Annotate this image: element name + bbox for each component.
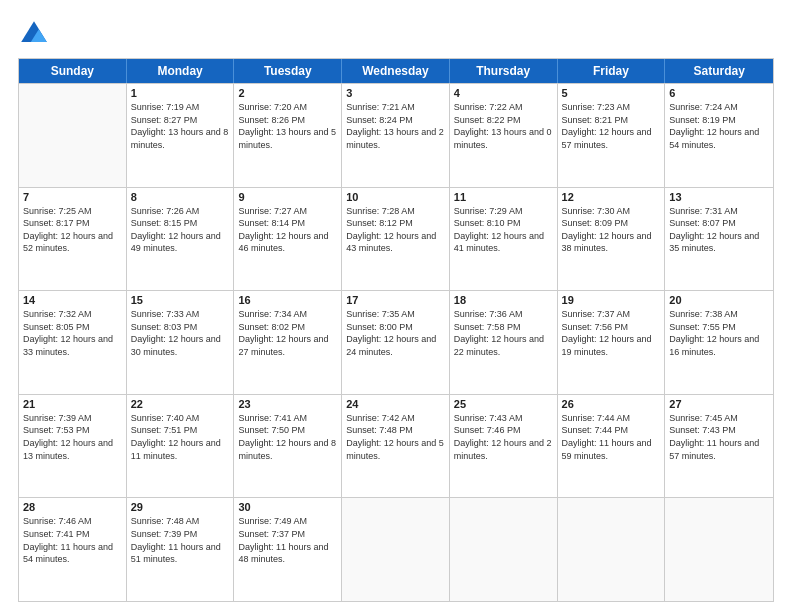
day-cell: 4Sunrise: 7:22 AM Sunset: 8:22 PM Daylig… [450, 84, 558, 187]
day-info: Sunrise: 7:36 AM Sunset: 7:58 PM Dayligh… [454, 308, 553, 358]
day-number: 16 [238, 294, 337, 306]
day-info: Sunrise: 7:35 AM Sunset: 8:00 PM Dayligh… [346, 308, 445, 358]
day-cell: 10Sunrise: 7:28 AM Sunset: 8:12 PM Dayli… [342, 188, 450, 291]
day-info: Sunrise: 7:37 AM Sunset: 7:56 PM Dayligh… [562, 308, 661, 358]
day-cell: 23Sunrise: 7:41 AM Sunset: 7:50 PM Dayli… [234, 395, 342, 498]
calendar-body: 1Sunrise: 7:19 AM Sunset: 8:27 PM Daylig… [19, 83, 773, 601]
day-number: 27 [669, 398, 769, 410]
day-info: Sunrise: 7:25 AM Sunset: 8:17 PM Dayligh… [23, 205, 122, 255]
day-info: Sunrise: 7:26 AM Sunset: 8:15 PM Dayligh… [131, 205, 230, 255]
day-info: Sunrise: 7:23 AM Sunset: 8:21 PM Dayligh… [562, 101, 661, 151]
day-info: Sunrise: 7:20 AM Sunset: 8:26 PM Dayligh… [238, 101, 337, 151]
day-cell: 28Sunrise: 7:46 AM Sunset: 7:41 PM Dayli… [19, 498, 127, 601]
day-info: Sunrise: 7:41 AM Sunset: 7:50 PM Dayligh… [238, 412, 337, 462]
day-info: Sunrise: 7:30 AM Sunset: 8:09 PM Dayligh… [562, 205, 661, 255]
week-row-0: 1Sunrise: 7:19 AM Sunset: 8:27 PM Daylig… [19, 83, 773, 187]
day-cell: 25Sunrise: 7:43 AM Sunset: 7:46 PM Dayli… [450, 395, 558, 498]
day-cell: 29Sunrise: 7:48 AM Sunset: 7:39 PM Dayli… [127, 498, 235, 601]
day-number: 20 [669, 294, 769, 306]
day-info: Sunrise: 7:27 AM Sunset: 8:14 PM Dayligh… [238, 205, 337, 255]
day-cell: 16Sunrise: 7:34 AM Sunset: 8:02 PM Dayli… [234, 291, 342, 394]
day-cell: 30Sunrise: 7:49 AM Sunset: 7:37 PM Dayli… [234, 498, 342, 601]
day-cell: 6Sunrise: 7:24 AM Sunset: 8:19 PM Daylig… [665, 84, 773, 187]
day-cell: 11Sunrise: 7:29 AM Sunset: 8:10 PM Dayli… [450, 188, 558, 291]
day-number: 18 [454, 294, 553, 306]
day-cell: 22Sunrise: 7:40 AM Sunset: 7:51 PM Dayli… [127, 395, 235, 498]
day-info: Sunrise: 7:28 AM Sunset: 8:12 PM Dayligh… [346, 205, 445, 255]
day-info: Sunrise: 7:24 AM Sunset: 8:19 PM Dayligh… [669, 101, 769, 151]
day-info: Sunrise: 7:49 AM Sunset: 7:37 PM Dayligh… [238, 515, 337, 565]
day-number: 13 [669, 191, 769, 203]
day-cell: 19Sunrise: 7:37 AM Sunset: 7:56 PM Dayli… [558, 291, 666, 394]
day-cell: 27Sunrise: 7:45 AM Sunset: 7:43 PM Dayli… [665, 395, 773, 498]
day-cell [19, 84, 127, 187]
day-info: Sunrise: 7:22 AM Sunset: 8:22 PM Dayligh… [454, 101, 553, 151]
day-cell: 12Sunrise: 7:30 AM Sunset: 8:09 PM Dayli… [558, 188, 666, 291]
day-cell: 26Sunrise: 7:44 AM Sunset: 7:44 PM Dayli… [558, 395, 666, 498]
day-info: Sunrise: 7:39 AM Sunset: 7:53 PM Dayligh… [23, 412, 122, 462]
weekday-header-wednesday: Wednesday [342, 59, 450, 83]
weekday-header-sunday: Sunday [19, 59, 127, 83]
day-info: Sunrise: 7:40 AM Sunset: 7:51 PM Dayligh… [131, 412, 230, 462]
page: SundayMondayTuesdayWednesdayThursdayFrid… [0, 0, 792, 612]
day-cell: 21Sunrise: 7:39 AM Sunset: 7:53 PM Dayli… [19, 395, 127, 498]
day-cell: 15Sunrise: 7:33 AM Sunset: 8:03 PM Dayli… [127, 291, 235, 394]
day-number: 2 [238, 87, 337, 99]
day-cell: 9Sunrise: 7:27 AM Sunset: 8:14 PM Daylig… [234, 188, 342, 291]
day-number: 29 [131, 501, 230, 513]
day-number: 6 [669, 87, 769, 99]
day-info: Sunrise: 7:29 AM Sunset: 8:10 PM Dayligh… [454, 205, 553, 255]
week-row-2: 14Sunrise: 7:32 AM Sunset: 8:05 PM Dayli… [19, 290, 773, 394]
day-info: Sunrise: 7:19 AM Sunset: 8:27 PM Dayligh… [131, 101, 230, 151]
day-cell: 1Sunrise: 7:19 AM Sunset: 8:27 PM Daylig… [127, 84, 235, 187]
header [18, 18, 774, 50]
weekday-header-monday: Monday [127, 59, 235, 83]
day-info: Sunrise: 7:21 AM Sunset: 8:24 PM Dayligh… [346, 101, 445, 151]
day-number: 7 [23, 191, 122, 203]
day-number: 10 [346, 191, 445, 203]
day-cell: 14Sunrise: 7:32 AM Sunset: 8:05 PM Dayli… [19, 291, 127, 394]
day-cell: 20Sunrise: 7:38 AM Sunset: 7:55 PM Dayli… [665, 291, 773, 394]
calendar-header: SundayMondayTuesdayWednesdayThursdayFrid… [19, 59, 773, 83]
day-number: 8 [131, 191, 230, 203]
day-number: 11 [454, 191, 553, 203]
day-cell: 2Sunrise: 7:20 AM Sunset: 8:26 PM Daylig… [234, 84, 342, 187]
day-number: 5 [562, 87, 661, 99]
day-number: 22 [131, 398, 230, 410]
day-cell [450, 498, 558, 601]
day-info: Sunrise: 7:46 AM Sunset: 7:41 PM Dayligh… [23, 515, 122, 565]
day-info: Sunrise: 7:44 AM Sunset: 7:44 PM Dayligh… [562, 412, 661, 462]
day-info: Sunrise: 7:31 AM Sunset: 8:07 PM Dayligh… [669, 205, 769, 255]
day-cell: 8Sunrise: 7:26 AM Sunset: 8:15 PM Daylig… [127, 188, 235, 291]
day-cell [665, 498, 773, 601]
day-number: 19 [562, 294, 661, 306]
day-cell [558, 498, 666, 601]
day-cell: 7Sunrise: 7:25 AM Sunset: 8:17 PM Daylig… [19, 188, 127, 291]
day-info: Sunrise: 7:43 AM Sunset: 7:46 PM Dayligh… [454, 412, 553, 462]
day-number: 12 [562, 191, 661, 203]
day-number: 15 [131, 294, 230, 306]
day-cell: 13Sunrise: 7:31 AM Sunset: 8:07 PM Dayli… [665, 188, 773, 291]
day-number: 3 [346, 87, 445, 99]
logo [18, 18, 56, 50]
logo-icon [18, 18, 50, 50]
day-number: 26 [562, 398, 661, 410]
day-cell: 18Sunrise: 7:36 AM Sunset: 7:58 PM Dayli… [450, 291, 558, 394]
weekday-header-saturday: Saturday [665, 59, 773, 83]
day-info: Sunrise: 7:45 AM Sunset: 7:43 PM Dayligh… [669, 412, 769, 462]
day-number: 23 [238, 398, 337, 410]
day-number: 28 [23, 501, 122, 513]
day-number: 14 [23, 294, 122, 306]
day-cell: 3Sunrise: 7:21 AM Sunset: 8:24 PM Daylig… [342, 84, 450, 187]
day-number: 24 [346, 398, 445, 410]
week-row-1: 7Sunrise: 7:25 AM Sunset: 8:17 PM Daylig… [19, 187, 773, 291]
day-number: 9 [238, 191, 337, 203]
week-row-3: 21Sunrise: 7:39 AM Sunset: 7:53 PM Dayli… [19, 394, 773, 498]
calendar: SundayMondayTuesdayWednesdayThursdayFrid… [18, 58, 774, 602]
day-info: Sunrise: 7:33 AM Sunset: 8:03 PM Dayligh… [131, 308, 230, 358]
day-info: Sunrise: 7:38 AM Sunset: 7:55 PM Dayligh… [669, 308, 769, 358]
day-cell: 5Sunrise: 7:23 AM Sunset: 8:21 PM Daylig… [558, 84, 666, 187]
day-number: 17 [346, 294, 445, 306]
day-number: 4 [454, 87, 553, 99]
day-info: Sunrise: 7:42 AM Sunset: 7:48 PM Dayligh… [346, 412, 445, 462]
